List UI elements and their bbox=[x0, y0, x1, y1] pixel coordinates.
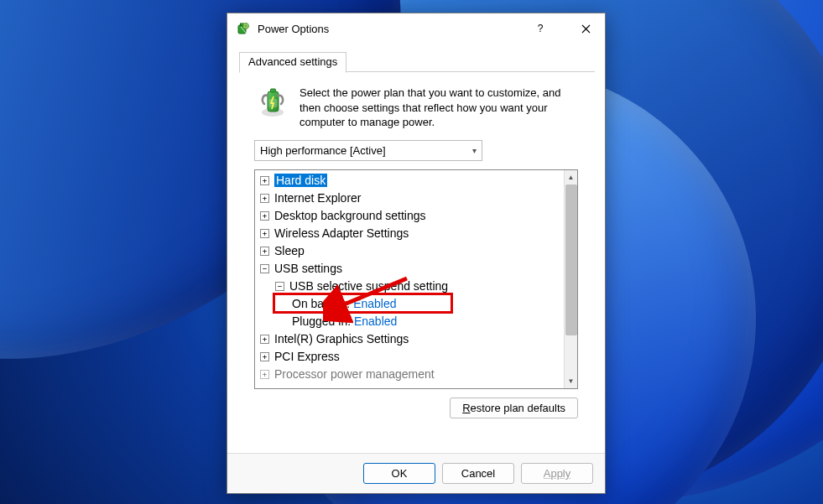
tree-item-wireless-adapter[interactable]: + Wireless Adapter Settings bbox=[255, 225, 564, 242]
tree-label: Desktop background settings bbox=[274, 209, 426, 222]
tree-label: Internet Explorer bbox=[274, 191, 362, 205]
help-button[interactable]: ? bbox=[521, 13, 560, 44]
tree-label-hard-disk: Hard disk bbox=[274, 174, 327, 187]
tree-label: PCI Express bbox=[274, 350, 340, 363]
tree-item-usb-selective-suspend[interactable]: − USB selective suspend setting bbox=[255, 278, 564, 295]
tree-label: USB selective suspend setting bbox=[289, 279, 448, 293]
tree-item-hard-disk[interactable]: + Hard disk bbox=[255, 172, 564, 190]
tree-label: USB settings bbox=[274, 262, 342, 275]
apply-button[interactable]: Apply bbox=[521, 463, 593, 484]
tree-item-usb-settings[interactable]: − USB settings bbox=[255, 260, 564, 278]
titlebar[interactable]: Power Options ? bbox=[227, 13, 605, 44]
ok-button[interactable]: OK bbox=[363, 463, 435, 484]
settings-tree: + Hard disk + Internet Explorer + Deskto… bbox=[254, 169, 578, 389]
close-button[interactable] bbox=[566, 13, 605, 44]
expander-plus-icon[interactable]: + bbox=[260, 335, 269, 344]
power-plan-dropdown[interactable]: High performance [Active] ▾ bbox=[254, 140, 482, 161]
tree-item-internet-explorer[interactable]: + Internet Explorer bbox=[255, 190, 564, 207]
battery-icon bbox=[236, 21, 251, 36]
tree-item-pci-express[interactable]: + PCI Express bbox=[255, 348, 564, 366]
scroll-up-button[interactable]: ▲ bbox=[565, 170, 577, 184]
cancel-button[interactable]: Cancel bbox=[442, 463, 514, 484]
svg-rect-5 bbox=[271, 89, 276, 92]
tree-label: Sleep bbox=[274, 244, 305, 257]
expander-plus-icon[interactable]: + bbox=[260, 176, 269, 185]
restore-defaults-button[interactable]: Restore plan defaults bbox=[450, 397, 578, 418]
tree-label: Processor power management bbox=[274, 367, 435, 381]
setting-value[interactable]: Enabled bbox=[353, 297, 396, 310]
setting-label: On battery: bbox=[292, 297, 350, 310]
expander-plus-icon[interactable]: + bbox=[260, 352, 269, 361]
power-plan-icon bbox=[256, 86, 289, 122]
setting-value[interactable]: Enabled bbox=[354, 314, 397, 328]
tree-item-on-battery[interactable]: On battery: Enabled bbox=[255, 295, 564, 313]
expander-plus-icon[interactable]: + bbox=[260, 247, 269, 256]
expander-plus-icon[interactable]: + bbox=[260, 211, 269, 221]
chevron-down-icon: ▾ bbox=[472, 146, 477, 155]
expander-plus-icon[interactable]: + bbox=[260, 194, 269, 203]
tab-advanced-settings[interactable]: Advanced settings bbox=[239, 52, 346, 73]
tree-item-desktop-background[interactable]: + Desktop background settings bbox=[255, 207, 564, 225]
tree-item-sleep[interactable]: + Sleep bbox=[255, 242, 564, 260]
expander-minus-icon[interactable]: − bbox=[260, 264, 269, 273]
setting-label: Plugged in: bbox=[292, 314, 351, 328]
tree-item-processor-power[interactable]: + Processor power management bbox=[255, 366, 564, 383]
expander-plus-icon[interactable]: + bbox=[260, 370, 269, 379]
description-text: Select the power plan that you want to c… bbox=[300, 86, 585, 130]
expander-minus-icon[interactable]: − bbox=[275, 282, 284, 291]
scrollbar-vertical[interactable]: ▲ ▼ bbox=[564, 170, 577, 388]
window-title: Power Options bbox=[258, 23, 514, 35]
dialog-footer: OK Cancel Apply bbox=[227, 453, 605, 493]
tree-item-plugged-in[interactable]: Plugged in: Enabled bbox=[255, 313, 564, 330]
tree-item-intel-graphics[interactable]: + Intel(R) Graphics Settings bbox=[255, 330, 564, 348]
power-options-dialog: Power Options ? Advanced settings bbox=[227, 13, 606, 494]
power-plan-selected: High performance [Active] bbox=[260, 144, 386, 157]
tab-strip: Advanced settings bbox=[239, 50, 595, 72]
tree-label: Intel(R) Graphics Settings bbox=[274, 332, 409, 346]
tree-label: Wireless Adapter Settings bbox=[274, 226, 409, 240]
scroll-down-button[interactable]: ▼ bbox=[565, 374, 577, 388]
expander-plus-icon[interactable]: + bbox=[260, 229, 269, 238]
scroll-thumb[interactable] bbox=[565, 184, 577, 335]
